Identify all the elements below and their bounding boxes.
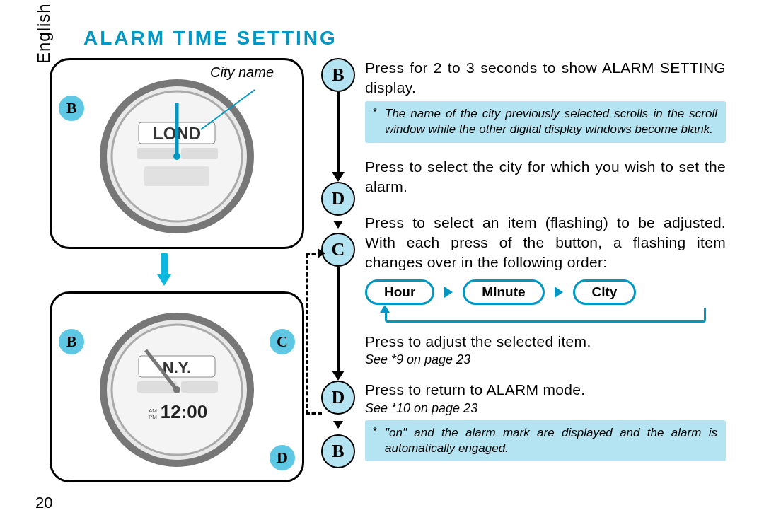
item-sequence: Hour Minute City [365,279,726,305]
svg-point-7 [173,153,180,160]
page-number: 20 [35,494,52,512]
svg-point-21 [173,386,180,393]
page-title: ALARM TIME SETTING [83,27,726,50]
svg-rect-5 [144,166,209,186]
button-d-marker: D [270,445,295,470]
step-b2-ref: See *10 on page 23 [365,401,726,416]
seq-arrow-2 [555,287,563,298]
button-c-marker: C [270,329,295,354]
seq-loop-arrow [380,305,390,313]
step-b1-text: Press for 2 to 3 seconds to show ALARM S… [365,58,726,97]
svg-marker-10 [157,274,171,286]
svg-rect-4 [181,148,218,159]
language-label: English [34,3,54,64]
step-b2-note-text: "on" and the alarm mark are displayed an… [385,426,717,455]
step-b1-note-text: The name of the city previously selected… [385,107,717,136]
step-b2-note: * "on" and the alarm mark are displayed … [365,420,726,462]
svg-rect-3 [137,148,177,159]
flow-bubble-d2: D [321,381,355,415]
flow-bubble-b2: B [321,434,355,468]
seq-arrow-1 [444,287,453,298]
seq-minute: Minute [463,279,544,305]
flow-strip: B D C D B [320,58,357,511]
step-b1-note: * The name of the city previously select… [365,101,726,143]
step-d1-text: Press to select the city for which you w… [365,157,726,196]
step-c1-text: Press to select an item (flashing) to be… [365,213,726,272]
watch-face-1: LOND [95,74,259,238]
watch-panel-2: B C D N.Y. AM PM 12:00 [50,291,304,482]
watch-panel-1: City name B LOND [50,58,304,249]
seq-hour: Hour [365,279,434,305]
flow-loop-arrowhead [318,248,325,258]
seq-loop-line [385,308,706,323]
illustration-column: City name B LOND [50,58,304,482]
watch-face-2: N.Y. AM PM 12:00 [95,308,259,472]
step-d2-ref: See *9 on page 23 [365,352,726,367]
svg-text:N.Y.: N.Y. [163,359,191,376]
seq-city: City [573,279,637,305]
flow-arrow-down-left [156,253,304,287]
button-b-marker-2: B [59,329,84,354]
svg-text:AM: AM [149,407,157,414]
flow-bubble-b1: B [321,58,355,92]
flow-bubble-d1: D [321,182,355,216]
instructions-column: B D C D B Press for [320,58,726,461]
flow-bubble-c1: C [321,233,355,267]
flow-loop-dashed [306,253,322,415]
step-d2-text: Press to adjust the selected item. [365,332,726,352]
button-b-marker: B [59,96,84,121]
step-b2-text: Press to return to ALARM mode. [365,380,726,400]
svg-text:PM: PM [149,414,157,420]
svg-text:12:00: 12:00 [161,401,208,422]
svg-rect-16 [181,381,218,393]
